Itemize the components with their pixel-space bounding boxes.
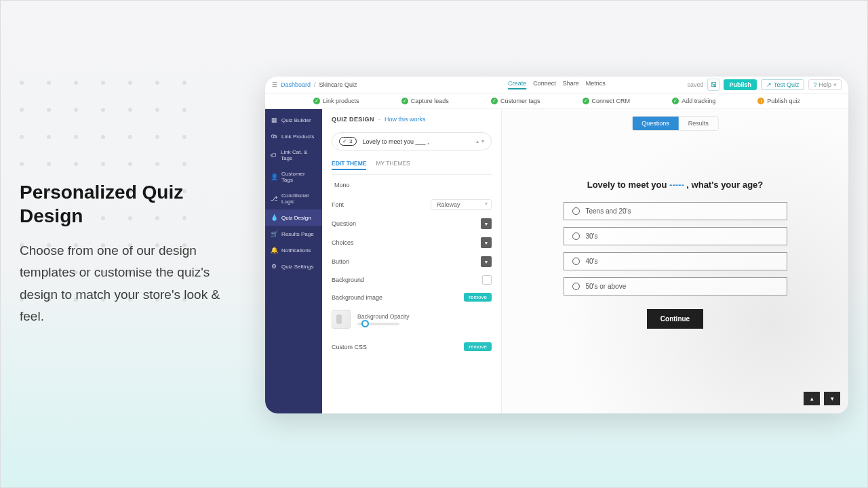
- check-icon: ✓: [491, 98, 498, 104]
- marketing-body: Choose from one of our design templates …: [20, 240, 247, 327]
- tab-metrics[interactable]: Metrics: [586, 80, 606, 89]
- bg-opacity-label: Background Opacity: [357, 313, 410, 320]
- preview-prev-button[interactable]: ▴: [804, 392, 820, 405]
- question-badge: ✓3: [339, 137, 357, 146]
- sidebar-item-link-cat-tags[interactable]: 🏷Link Cat. & Tags: [265, 144, 322, 166]
- preview-next-button[interactable]: ▾: [824, 392, 840, 405]
- sidebar: ▦Quiz Builder 🛍Link Products 🏷Link Cat. …: [265, 109, 322, 413]
- background-checkbox[interactable]: [482, 275, 492, 285]
- step-connect-crm[interactable]: ✓Connect CRM: [583, 98, 631, 104]
- radio-icon: [572, 232, 580, 240]
- preview-option-3[interactable]: 40's: [564, 252, 787, 270]
- help-button[interactable]: ?Help▾: [808, 79, 842, 90]
- choices-options-button[interactable]: ▾: [481, 237, 492, 248]
- radio-icon: [572, 258, 580, 265]
- drop-icon: 💧: [271, 214, 277, 221]
- tab-my-themes[interactable]: MY THEMES: [376, 160, 410, 170]
- breadcrumb: ☰ Dashboard / Skincare Quiz: [272, 81, 357, 88]
- bell-icon: 🔔: [271, 247, 277, 253]
- check-icon: ✓: [672, 98, 679, 104]
- tab-share[interactable]: Share: [563, 80, 579, 89]
- sidebar-item-notifications[interactable]: 🔔Notifications: [265, 242, 322, 258]
- user-icon: 👤: [271, 174, 277, 180]
- preview-tab-results[interactable]: Results: [679, 117, 718, 130]
- preview-option-4[interactable]: 50's or above: [564, 277, 787, 296]
- step-publish-quiz[interactable]: !Publish quiz: [757, 98, 800, 104]
- step-customer-tags[interactable]: ✓Customer tags: [491, 98, 540, 104]
- check-icon: ✓: [401, 98, 408, 104]
- button-label: Button: [332, 258, 349, 265]
- marketing-title: Personalized Quiz Design: [20, 180, 247, 228]
- question-pill[interactable]: ✓3 Lovely to meet you ___ , ▴▾: [332, 132, 492, 150]
- preview-option-2[interactable]: 30's: [564, 227, 787, 245]
- sidebar-item-customer-tags[interactable]: 👤Customer Tags: [265, 166, 322, 188]
- theme-name: Mono: [334, 182, 492, 188]
- cart-icon: 🛒: [271, 230, 277, 237]
- breadcrumb-current: Skincare Quiz: [319, 81, 357, 88]
- menu-icon[interactable]: ☰: [272, 81, 277, 88]
- publish-button[interactable]: Publish: [724, 79, 757, 90]
- remove-bg-image-button[interactable]: remove: [464, 293, 492, 302]
- question-label: Question: [332, 220, 356, 227]
- test-quiz-button[interactable]: ↗Test Quiz: [761, 79, 805, 90]
- help-icon: ?: [813, 81, 816, 88]
- step-add-tracking[interactable]: ✓Add tracking: [672, 98, 715, 104]
- how-this-works-link[interactable]: How this works: [384, 116, 426, 123]
- slider-knob[interactable]: [361, 320, 369, 327]
- arrow-down-icon[interactable]: ▾: [481, 138, 484, 144]
- check-icon: ✓: [313, 98, 320, 104]
- check-icon: ✓: [342, 138, 347, 144]
- chevron-down-icon: ▾: [833, 81, 837, 88]
- sidebar-item-link-products[interactable]: 🛍Link Products: [265, 128, 322, 144]
- radio-icon: [572, 283, 580, 290]
- blank-placeholder: -----: [669, 180, 684, 190]
- save-status: saved: [687, 81, 703, 88]
- font-label: Font: [332, 201, 344, 208]
- panel-title: QUIZ DESIGN: [332, 116, 374, 123]
- builder-icon: ▦: [271, 117, 277, 123]
- tab-edit-theme[interactable]: EDIT THEME: [332, 160, 366, 170]
- sidebar-item-quiz-settings[interactable]: ⚙Quiz Settings: [265, 258, 322, 274]
- question-title-preview: Lovely to meet you ___ ,: [362, 138, 429, 145]
- breadcrumb-link[interactable]: Dashboard: [281, 81, 311, 88]
- tag-icon: 🏷: [271, 152, 277, 159]
- remove-custom-css-button[interactable]: remove: [464, 342, 492, 351]
- top-nav: Create Connect Share Metrics: [508, 80, 606, 89]
- radio-icon: [572, 207, 580, 215]
- button-options-button[interactable]: ▾: [481, 256, 492, 267]
- branch-icon: ⎇: [271, 195, 277, 202]
- tab-create[interactable]: Create: [508, 80, 526, 89]
- font-select[interactable]: Raleway: [431, 199, 492, 210]
- bg-opacity-slider[interactable]: [357, 323, 399, 325]
- step-capture-leads[interactable]: ✓Capture leads: [401, 98, 449, 104]
- preview-tab-questions[interactable]: Questions: [632, 117, 679, 130]
- check-icon: ✓: [583, 98, 589, 104]
- app-window: ☰ Dashboard / Skincare Quiz Create Conne…: [265, 77, 848, 413]
- bg-image-thumbnail[interactable]: [332, 310, 351, 329]
- sidebar-item-quiz-builder[interactable]: ▦Quiz Builder: [265, 112, 322, 128]
- choices-label: Choices: [332, 239, 354, 246]
- background-label: Background: [332, 277, 364, 283]
- sidebar-item-conditional-logic[interactable]: ⎇Conditional Logic: [265, 188, 322, 209]
- design-panel: QUIZ DESIGN - How this works ✓3 Lovely t…: [322, 109, 502, 413]
- warn-icon: !: [757, 98, 764, 104]
- quiz-preview: Questions Results Lovely to meet you ---…: [502, 109, 848, 413]
- bag-icon: 🛍: [271, 133, 277, 140]
- bg-image-label: Background image: [332, 294, 382, 301]
- gear-icon: ⚙: [271, 263, 277, 270]
- arrow-up-icon[interactable]: ▴: [476, 138, 479, 144]
- breadcrumb-sep: /: [314, 81, 316, 88]
- custom-css-label: Custom CSS: [332, 344, 367, 350]
- save-icon-button[interactable]: 🖫: [707, 79, 719, 91]
- progress-steps: ✓Link products ✓Capture leads ✓Customer …: [265, 93, 848, 109]
- tab-connect[interactable]: Connect: [533, 80, 556, 89]
- preview-question-title: Lovely to meet you ----- , what's your a…: [564, 180, 787, 190]
- sidebar-item-results-page[interactable]: 🛒Results Page: [265, 226, 322, 242]
- sidebar-item-quiz-design[interactable]: 💧Quiz Design: [265, 209, 322, 226]
- preview-option-1[interactable]: Teens and 20's: [564, 202, 787, 220]
- external-icon: ↗: [766, 81, 772, 88]
- step-link-products[interactable]: ✓Link products: [313, 98, 359, 104]
- continue-button[interactable]: Continue: [647, 309, 703, 329]
- question-options-button[interactable]: ▾: [481, 218, 492, 229]
